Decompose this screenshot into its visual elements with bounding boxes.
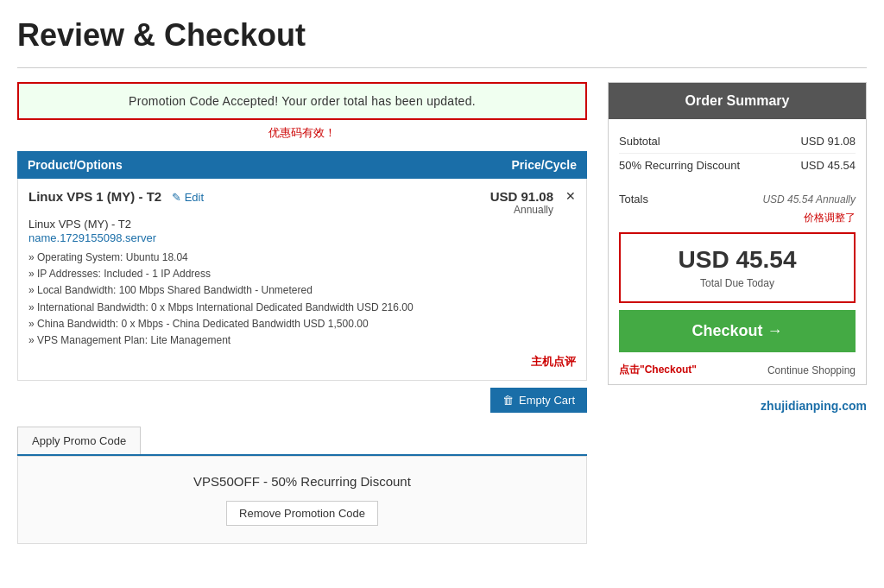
summary-table: Subtotal USD 91.08 50% Recurring Discoun… <box>609 119 866 187</box>
subtotal-value: USD 91.08 <box>800 135 856 148</box>
detail-2: » Local Bandwidth: 100 Mbps Shared Bandw… <box>28 282 576 299</box>
discount-label: 50% Recurring Discount <box>619 159 740 172</box>
cart-item-name: Linux VPS 1 (MY) - T2 <box>28 189 161 204</box>
detail-0: » Operating System: Ubuntu 18.04 <box>28 250 576 266</box>
remove-promo-label: Remove Promotion Code <box>239 507 365 520</box>
cart-item-price-group: USD 91.08 Annually ✕ <box>490 189 576 216</box>
empty-cart-label: Empty Cart <box>519 394 575 407</box>
cart-item-subtitle: Linux VPS (MY) - T2 <box>28 218 576 231</box>
price-adjustment-note: 价格调整了 <box>609 211 866 225</box>
detail-5: » VPS Management Plan: Lite Management <box>28 332 576 349</box>
cart-header-product: Product/Options <box>28 158 473 172</box>
discount-value: USD 45.54 <box>800 159 856 172</box>
cart-server-link-wrapper: name.1729155098.server <box>28 231 576 244</box>
cart-bottom: 🗑 Empty Cart <box>17 388 587 413</box>
order-summary: Order Summary Subtotal USD 91.08 50% Rec… <box>608 82 867 385</box>
chinese-annotation-wrapper: 主机点评 <box>28 354 576 370</box>
big-price-label: Total Due Today <box>633 277 842 289</box>
big-price: USD 45.54 <box>633 246 842 274</box>
edit-link[interactable]: Edit <box>172 191 204 204</box>
cart-item-title-group: Linux VPS 1 (MY) - T2 Edit <box>28 189 204 204</box>
promo-chinese-text: 优惠码有效！ <box>268 126 336 139</box>
detail-3: » International Bandwidth: 0 x Mbps Inte… <box>28 300 576 316</box>
cart-header: Product/Options Price/Cycle <box>17 151 587 179</box>
totals-row: Totals USD 45.54 Annually <box>619 193 856 205</box>
subtotal-label: Subtotal <box>619 135 660 148</box>
totals-label: Totals <box>619 193 648 205</box>
left-panel: Promotion Code Accepted! Your order tota… <box>17 82 587 544</box>
cart-item: Linux VPS 1 (MY) - T2 Edit USD 91.08 Ann… <box>17 179 587 381</box>
promo-message: Promotion Code Accepted! Your order tota… <box>129 94 476 108</box>
cart-item-header: Linux VPS 1 (MY) - T2 Edit USD 91.08 Ann… <box>28 189 576 216</box>
page-title: Review & Checkout <box>17 17 867 54</box>
chinese-annotation: 主机点评 <box>531 355 576 368</box>
promo-banner: Promotion Code Accepted! Your order tota… <box>17 82 587 120</box>
cart-item-price: USD 91.08 Annually <box>490 189 553 216</box>
cart-item-details: » Operating System: Ubuntu 18.04 » IP Ad… <box>28 250 576 349</box>
cart-header-price: Price/Cycle <box>473 158 577 172</box>
big-price-box: USD 45.54 Total Due Today <box>619 232 856 303</box>
cart-item-cycle: Annually <box>490 204 553 216</box>
promo-tab-bar: Apply Promo Code <box>17 427 587 456</box>
empty-cart-button[interactable]: 🗑 Empty Cart <box>490 388 587 413</box>
remove-promo-button[interactable]: Remove Promotion Code <box>226 501 378 526</box>
trash-icon: 🗑 <box>502 394 514 407</box>
promo-tab[interactable]: Apply Promo Code <box>17 427 141 454</box>
promo-code-box: VPS50OFF - 50% Recurring Discount Remove… <box>17 456 587 544</box>
main-layout: Promotion Code Accepted! Your order tota… <box>17 82 867 544</box>
detail-4: » China Bandwidth: 0 x Mbps - China Dedi… <box>28 316 576 332</box>
server-link[interactable]: name.1729155098.server <box>28 231 156 244</box>
summary-totals: Totals USD 45.54 Annually <box>609 187 866 211</box>
checkout-button[interactable]: Checkout <box>619 310 856 352</box>
right-panel: Order Summary Subtotal USD 91.08 50% Rec… <box>608 82 867 413</box>
watermark-text: zhujidianping.com <box>761 399 867 413</box>
continue-shopping-link[interactable]: Continue Shopping <box>767 364 856 376</box>
promo-chinese-note: 优惠码有效！ <box>17 125 587 141</box>
summary-row-discount: 50% Recurring Discount USD 45.54 <box>619 154 856 177</box>
checkout-annotation-text: 点击"Checkout" <box>619 363 697 377</box>
remove-item-button[interactable]: ✕ <box>565 189 576 203</box>
checkout-label: Checkout <box>691 322 762 339</box>
totals-amount: USD 45.54 Annually <box>762 193 856 205</box>
title-divider <box>17 67 867 68</box>
order-summary-header: Order Summary <box>609 83 866 119</box>
checkout-annotation-row: 点击"Checkout" Continue Shopping <box>609 359 866 384</box>
watermark: zhujidianping.com <box>608 399 867 413</box>
cart-item-price-value: USD 91.08 <box>490 189 553 204</box>
detail-1: » IP Addresses: Included - 1 IP Address <box>28 266 576 282</box>
promo-tab-label: Apply Promo Code <box>32 434 126 447</box>
price-adjustment-text: 价格调整了 <box>804 212 856 224</box>
promo-code-applied-text: VPS50OFF - 50% Recurring Discount <box>35 474 569 489</box>
summary-row-subtotal: Subtotal USD 91.08 <box>619 130 856 154</box>
